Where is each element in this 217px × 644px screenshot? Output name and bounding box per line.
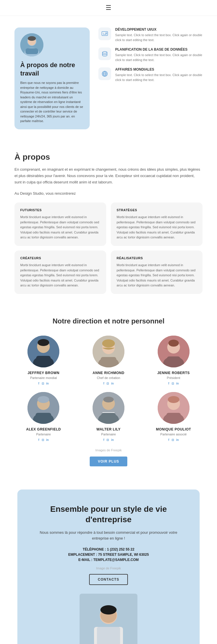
svg-rect-52 xyxy=(97,627,120,644)
instagram-icon-walter[interactable]: ⊡ xyxy=(106,438,109,441)
avatar-alex xyxy=(27,392,59,424)
card-realisateurs: RÉALISATEURS Morbi tincidunt augue inter… xyxy=(111,251,203,294)
facebook-icon-anne[interactable]: f xyxy=(103,382,104,385)
facebook-icon-jennie[interactable]: f xyxy=(168,382,169,385)
linkedin-icon-jennie[interactable]: in xyxy=(176,382,179,385)
svg-rect-33 xyxy=(36,413,51,421)
cta-person-image xyxy=(80,594,137,644)
instagram-icon-monique[interactable]: ⊡ xyxy=(172,438,174,441)
svg-rect-40 xyxy=(101,413,116,421)
svg-point-32 xyxy=(38,396,49,403)
social-icons-walter[interactable]: f ⊡ in xyxy=(103,438,114,441)
contacts-button[interactable]: CONTACTS xyxy=(89,574,128,585)
team-section: Notre direction et notre personnel JEFFR… xyxy=(0,306,217,478)
card-strategies: STRATÈGES Morbi tincidunt augue interdum… xyxy=(111,203,203,246)
about-work-right: DÉVELOPPEMENT UI/UX Sample text. Click t… xyxy=(98,27,203,87)
member-name-alex: ALEX GREENFIELD xyxy=(26,427,61,431)
facebook-icon-monique[interactable]: f xyxy=(168,438,169,441)
social-icons-alex[interactable]: f ⊡ in xyxy=(38,438,49,441)
member-role-monique: Partenaire associé xyxy=(160,433,187,436)
social-icons-monique[interactable]: f ⊡ in xyxy=(168,438,179,441)
member-name-walter: WALTER LILY xyxy=(96,427,121,431)
cta-location: EMPLACEMENT : 75 STREET SAMPLE, WI 63025 xyxy=(35,553,182,557)
globe-icon xyxy=(98,67,111,80)
avatar-walter xyxy=(93,392,124,424)
linkedin-icon-alex[interactable]: in xyxy=(46,438,49,441)
linkedin-icon-walter[interactable]: in xyxy=(111,438,114,441)
member-name-jennie: JENNIE ROBERTS xyxy=(157,371,190,375)
facebook-icon-alex[interactable]: f xyxy=(38,438,39,441)
menu-icon[interactable]: ☰ xyxy=(106,4,111,12)
team-grid: JEFFREY BROWN Partenaire mondial f ⊡ in xyxy=(14,336,203,441)
service-item-1: DÉVELOPPEMENT UI/UX Sample text. Click t… xyxy=(98,27,203,42)
social-icons-jeffrey[interactable]: f ⊡ in xyxy=(38,382,49,385)
svg-point-14 xyxy=(38,339,49,346)
svg-rect-21 xyxy=(101,357,116,365)
svg-rect-15 xyxy=(36,356,51,365)
about-work-section: À propos de notre travail Bien que nous … xyxy=(0,16,217,141)
member-role-walter: Partenaire xyxy=(101,433,116,436)
svg-rect-46 xyxy=(166,413,181,421)
voir-plus-button[interactable]: VOIR PLUS xyxy=(90,457,127,466)
avatar-anne xyxy=(93,336,124,367)
svg-point-20 xyxy=(102,339,115,347)
avatar xyxy=(20,33,43,56)
db-icon xyxy=(98,47,111,60)
cta-contact-info: TÉLÉPHONE : 1 (232) 252 55 22 EMPLACEMEN… xyxy=(35,547,182,562)
team-member-jennie: JENNIE ROBERTS Président f ⊡ in xyxy=(144,336,203,385)
svg-point-45 xyxy=(168,396,179,403)
cta-title: Ensemble pour un style de vie d'entrepri… xyxy=(35,504,182,525)
member-role-jeffrey: Partenaire mondial xyxy=(30,376,57,380)
cta-image-note: Image de Freepik xyxy=(35,566,182,570)
team-member-walter: WALTER LILY Partenaire f ⊡ in xyxy=(80,392,138,441)
linkedin-icon-monique[interactable]: in xyxy=(176,438,179,441)
svg-point-7 xyxy=(106,33,107,34)
instagram-icon[interactable]: ⊡ xyxy=(42,382,44,385)
svg-rect-3 xyxy=(25,48,38,54)
service-2-text: PLANIFICATION DE LA BASE DE DONNÉES Samp… xyxy=(115,47,203,62)
ui-icon xyxy=(98,27,111,40)
header: ☰ xyxy=(0,0,217,16)
cta-section: Ensemble pour un style de vie d'entrepri… xyxy=(17,490,200,644)
cta-wrapper: Ensemble pour un style de vie d'entrepri… xyxy=(0,478,217,644)
instagram-icon-jennie[interactable]: ⊡ xyxy=(172,382,174,385)
linkedin-icon-anne[interactable]: in xyxy=(111,382,114,385)
service-1-text: DÉVELOPPEMENT UI/UX Sample text. Click t… xyxy=(115,27,203,42)
svg-point-26 xyxy=(168,340,179,347)
team-member-anne: ANNE RICHMOND Chef de création f ⊡ in xyxy=(80,336,138,385)
svg-point-50 xyxy=(100,605,117,614)
cta-description: Nous sommes là pour répondre à tout beso… xyxy=(35,530,182,542)
avatar-jeffrey xyxy=(27,336,59,367)
about-work-left: À propos de notre travail Bien que nous … xyxy=(14,27,90,129)
team-member-alex: ALEX GREENFIELD Partenaire f ⊡ in xyxy=(14,392,73,441)
apropos-title: À propos xyxy=(14,152,203,162)
instagram-icon-alex[interactable]: ⊡ xyxy=(42,438,44,441)
member-role-alex: Partenaire xyxy=(36,433,51,436)
card-futuristes: FUTURISTES Morbi tincidunt augue interdu… xyxy=(14,203,106,246)
card-createurs: CRÉATEURS Morbi tincidunt augue interdum… xyxy=(14,251,106,294)
svg-point-5 xyxy=(28,36,36,41)
svg-point-8 xyxy=(102,51,107,53)
apropos-sub: Au Design Studio, vous rencontrerez xyxy=(14,191,203,196)
svg-rect-27 xyxy=(167,356,180,365)
member-name-monique: MONIQUE POULIOT xyxy=(156,427,191,431)
service-item-3: AFFAIRES MONDIALES Sample text. Click to… xyxy=(98,67,203,82)
apropos-intro: En comprenant, en imaginant et en exprim… xyxy=(14,166,203,185)
instagram-icon-anne[interactable]: ⊡ xyxy=(106,382,109,385)
linkedin-icon[interactable]: in xyxy=(46,382,49,385)
apropos-section: À propos En comprenant, en imaginant et … xyxy=(0,141,217,306)
social-icons-anne[interactable]: f ⊡ in xyxy=(103,382,114,385)
cta-email: E-MAIL : TEMPLATE@SAMPLE.COM xyxy=(35,558,182,562)
social-icons-jennie[interactable]: f ⊡ in xyxy=(168,382,179,385)
team-member-jeffrey: JEFFREY BROWN Partenaire mondial f ⊡ in xyxy=(14,336,73,385)
member-name-jeffrey: JEFFREY BROWN xyxy=(27,371,59,375)
svg-point-38 xyxy=(103,397,114,402)
facebook-icon[interactable]: f xyxy=(38,382,39,385)
avatar-jennie xyxy=(158,336,190,367)
member-role-jennie: Président xyxy=(167,376,180,380)
facebook-icon-walter[interactable]: f xyxy=(103,438,104,441)
service-item-2: PLANIFICATION DE LA BASE DE DONNÉES Samp… xyxy=(98,47,203,62)
avatar-monique xyxy=(158,392,190,424)
member-role-anne: Chef de création xyxy=(97,376,120,380)
team-member-monique: MONIQUE POULIOT Partenaire associé f ⊡ i… xyxy=(144,392,203,441)
